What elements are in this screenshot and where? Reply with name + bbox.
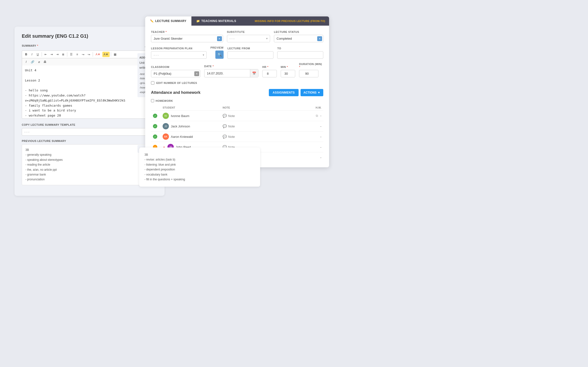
- edit-lectures-label: EDIT NUMBER OF LECTURES: [156, 82, 197, 84]
- substitute-group: SUBSTITUTE - - - ▼: [227, 31, 270, 42]
- lecture-from-input[interactable]: [228, 51, 273, 59]
- status-indicator: ✓: [153, 114, 157, 118]
- table-row: ✓ AK Aaron Kniewald 💬: [151, 132, 323, 142]
- print-btn[interactable]: 🖶: [42, 59, 48, 65]
- lecture-status-clear-btn[interactable]: ×: [317, 36, 322, 41]
- note-input[interactable]: [228, 135, 307, 139]
- second-summary-card: 3B - revise: articles (task b) - listeni…: [139, 148, 260, 187]
- attendance-title: Attendance and homework: [151, 91, 200, 95]
- date-calendar-btn[interactable]: 📅: [250, 69, 258, 77]
- student-info: IV Ivonne Baum: [163, 113, 219, 119]
- assignments-btn[interactable]: ASSIGNMENTS: [269, 89, 298, 96]
- tab-lecture-summary[interactable]: ✏️ LECTURE SUMMARY: [145, 17, 191, 26]
- note-input[interactable]: [228, 125, 307, 128]
- panel-tabs: ✏️ LECTURE SUMMARY 📁 TEACHING MATERIALS …: [145, 17, 329, 26]
- to-label: TO: [277, 47, 323, 50]
- avatar: AK: [163, 133, 169, 140]
- lecture-status-wrap[interactable]: ×: [274, 35, 323, 42]
- duration-label: DURATION (MIN) *: [299, 63, 323, 68]
- duration-input[interactable]: [299, 70, 318, 77]
- hr-input[interactable]: [262, 70, 277, 77]
- student-info: JJ Jack Johnson: [163, 123, 219, 129]
- teacher-input[interactable]: [154, 35, 217, 42]
- to-input[interactable]: [277, 51, 323, 59]
- lesson-plan-group: LESSON PREPARATION PLAN - - - ▼: [151, 47, 207, 59]
- note-cell: 💬: [221, 111, 309, 121]
- col-spacer: [151, 105, 161, 111]
- lecture-status-input[interactable]: [277, 35, 317, 42]
- date-input[interactable]: [205, 70, 250, 77]
- hw-value: -: [320, 145, 321, 149]
- student-cell: JJ Jack Johnson: [161, 121, 221, 132]
- teacher-clear-btn[interactable]: ×: [217, 36, 222, 41]
- attendance-actions: ASSIGNMENTS ACTIONS ▼: [269, 89, 323, 96]
- status-cell: ✓: [151, 121, 161, 132]
- underline-btn[interactable]: U: [35, 52, 40, 57]
- summary-label: SUMMARY *: [22, 44, 38, 47]
- homework-checkbox[interactable]: [151, 99, 154, 102]
- preview-search-btn[interactable]: 🔍: [215, 50, 224, 59]
- toolbar-separator-4: [111, 52, 111, 57]
- lesson-plan-select[interactable]: - - -: [151, 51, 207, 59]
- edit-lectures-row: EDIT NUMBER OF LECTURES: [151, 81, 323, 85]
- substitute-label: SUBSTITUTE: [227, 31, 270, 33]
- teacher-group: TEACHER * ×: [151, 31, 223, 42]
- hw-value: -: [320, 135, 321, 139]
- table-btn[interactable]: ▦: [112, 52, 118, 57]
- classroom-input[interactable]: [154, 70, 194, 77]
- teacher-input-wrap[interactable]: ×: [151, 35, 223, 42]
- copy-template-label: COPY LECTURE SUMMARY TEMPLATE: [22, 123, 157, 126]
- avatar: JJ: [163, 123, 169, 129]
- highlight-btn[interactable]: A▼: [102, 52, 110, 57]
- attendance-header: Attendance and homework ASSIGNMENTS ACTI…: [151, 89, 323, 96]
- page-title: Edit summary (ENG C1.2 G1): [22, 33, 157, 39]
- date-input-wrap[interactable]: 📅: [204, 69, 258, 77]
- classroom-clear-btn[interactable]: ×: [194, 71, 199, 76]
- link-btn[interactable]: 🔗: [29, 59, 36, 65]
- list-ol-btn[interactable]: ≡: [75, 52, 80, 57]
- bold-btn[interactable]: B: [24, 52, 29, 57]
- prev-summary-box: 3B - generally speaking - speaking about…: [22, 144, 157, 185]
- hw-value: -: [320, 156, 321, 159]
- form-row-3: CLASSROOM × DATE * 📅 HR: [151, 63, 323, 77]
- lecture-from-label: LECTURE FROM: [228, 47, 273, 50]
- status-indicator: ✓: [153, 134, 157, 139]
- student-name: Aaron Kniewald: [171, 135, 193, 139]
- align-right-btn[interactable]: ⇥: [55, 52, 60, 57]
- classroom-input-wrap[interactable]: ×: [151, 70, 200, 77]
- lecture-from-group: LECTURE FROM: [228, 47, 273, 59]
- min-group: MIN *: [281, 66, 295, 77]
- substitute-select[interactable]: - - -: [227, 35, 270, 42]
- font-color-btn[interactable]: A▼: [94, 52, 102, 57]
- prev-summary-content: 3B - generally speaking - speaking about…: [26, 148, 154, 182]
- tab-teaching-materials[interactable]: 📁 TEACHING MATERIALS: [191, 17, 241, 26]
- substitute-select-wrap: - - - ▼: [227, 35, 270, 42]
- align-center-btn[interactable]: ⇥: [49, 52, 54, 57]
- align-left-btn[interactable]: ⇤: [43, 52, 48, 57]
- min-label: MIN *: [281, 66, 295, 68]
- indent-left-btn[interactable]: ↝: [80, 52, 86, 57]
- italic-btn[interactable]: I: [29, 52, 34, 57]
- summary-textarea[interactable]: Unit 4 Lesson 2 - hello song - https://w…: [22, 66, 157, 119]
- col-student: Student: [161, 105, 221, 111]
- duration-group: DURATION (MIN) *: [299, 63, 323, 77]
- student-info: AK Aaron Kniewald: [163, 133, 219, 140]
- lecture-status-label: LECTURE STATUS: [274, 31, 323, 33]
- to-group: TO: [277, 47, 323, 59]
- actions-btn[interactable]: ACTIONS ▼: [300, 89, 323, 96]
- form-row-2: LESSON PREPARATION PLAN - - - ▼ PREVIEW …: [151, 46, 323, 59]
- indent-right-btn[interactable]: ↝: [86, 52, 92, 57]
- edit-lectures-checkbox[interactable]: [151, 81, 154, 85]
- unlink-btn[interactable]: ⌀: [36, 59, 42, 65]
- template-select[interactable]: - - -: [22, 128, 157, 136]
- note-input[interactable]: [228, 114, 307, 118]
- right-panel: ✏️ LECTURE SUMMARY 📁 TEACHING MATERIALS …: [145, 17, 329, 167]
- min-input[interactable]: [281, 70, 295, 77]
- align-justify-btn[interactable]: ≣: [60, 52, 66, 57]
- second-prev-content: 3B - revise: articles (task b) - listeni…: [145, 152, 255, 182]
- italic2-btn[interactable]: I: [24, 59, 29, 65]
- list-ul-btn[interactable]: ☰: [68, 52, 74, 57]
- form-row-1: TEACHER * × SUBSTITUTE - - - ▼ LE: [151, 31, 323, 42]
- actions-dropdown-icon: ▼: [317, 91, 320, 94]
- preview-group: PREVIEW 🔍: [211, 46, 224, 59]
